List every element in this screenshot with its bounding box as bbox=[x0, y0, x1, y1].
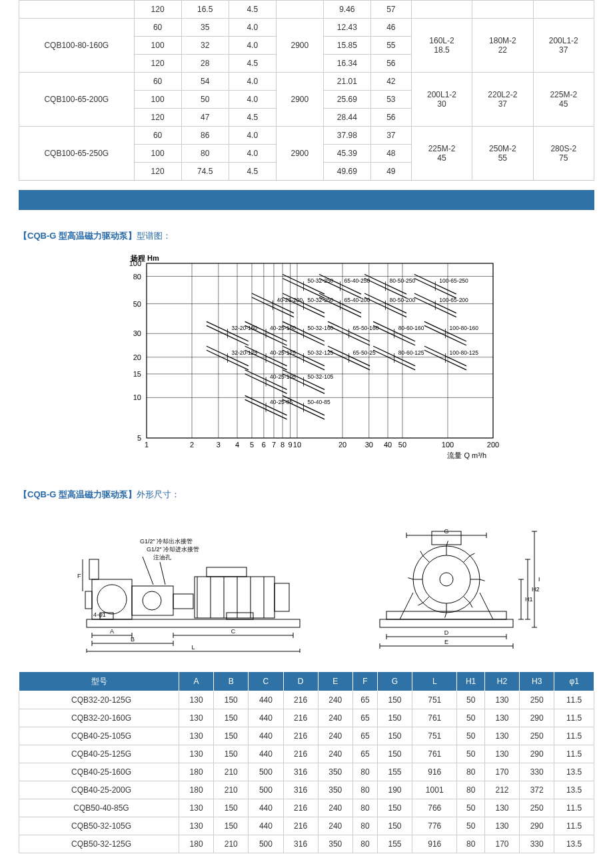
svg-text:65-40-200: 65-40-200 bbox=[344, 297, 370, 303]
svg-text:100-80-125: 100-80-125 bbox=[449, 349, 478, 356]
svg-rect-158 bbox=[173, 594, 193, 609]
svg-rect-154 bbox=[89, 559, 99, 579]
svg-rect-166 bbox=[275, 583, 289, 611]
svg-text:流量 Q m³/h: 流量 Q m³/h bbox=[447, 451, 486, 459]
svg-text:H1: H1 bbox=[525, 596, 533, 603]
svg-point-198 bbox=[440, 573, 453, 586]
svg-rect-159 bbox=[195, 577, 275, 618]
svg-text:20: 20 bbox=[338, 441, 346, 449]
svg-text:D: D bbox=[444, 629, 449, 636]
svg-text:65-50-160: 65-50-160 bbox=[353, 325, 379, 331]
svg-text:2: 2 bbox=[190, 441, 194, 449]
svg-text:100-65-250: 100-65-250 bbox=[439, 277, 468, 284]
svg-text:H3: H3 bbox=[538, 576, 540, 583]
svg-line-202 bbox=[423, 596, 430, 603]
svg-text:注油孔: 注油孔 bbox=[153, 554, 171, 561]
svg-text:5: 5 bbox=[137, 434, 141, 442]
svg-text:A: A bbox=[110, 628, 114, 635]
svg-text:40-25-200: 40-25-200 bbox=[277, 297, 303, 303]
svg-text:200: 200 bbox=[487, 441, 499, 449]
svg-text:9: 9 bbox=[289, 441, 293, 449]
svg-text:G1/2″ 冷却出水接管: G1/2″ 冷却出水接管 bbox=[140, 538, 193, 545]
svg-point-157 bbox=[143, 591, 161, 610]
svg-text:100-80-160: 100-80-160 bbox=[449, 325, 478, 331]
svg-text:100: 100 bbox=[442, 441, 454, 449]
svg-text:30: 30 bbox=[133, 329, 141, 337]
svg-text:1: 1 bbox=[145, 441, 149, 449]
performance-table: 12016.54.59.4657CQB100-80-160G60354.0290… bbox=[19, 0, 594, 181]
svg-text:G: G bbox=[444, 528, 448, 535]
svg-text:40-25-85: 40-25-85 bbox=[270, 399, 293, 405]
svg-text:80-50-250: 80-50-250 bbox=[390, 277, 416, 284]
svg-text:50-32-125: 50-32-125 bbox=[308, 349, 334, 356]
svg-text:30: 30 bbox=[365, 441, 373, 449]
svg-text:6: 6 bbox=[262, 441, 266, 449]
spectrum-chart: 1234567891020304050100200510152030508010… bbox=[107, 251, 506, 465]
svg-text:10: 10 bbox=[293, 441, 301, 449]
svg-text:10: 10 bbox=[133, 393, 141, 401]
outline-drawing-front: DEGH1H2H3 bbox=[353, 519, 540, 653]
svg-text:5: 5 bbox=[250, 441, 254, 449]
svg-text:G1/2″ 冷却进水接管: G1/2″ 冷却进水接管 bbox=[147, 546, 199, 553]
svg-text:65-50-25: 65-50-25 bbox=[353, 349, 376, 356]
section-title-spectrum: 【CQB-G 型高温磁力驱动泵】型谱图： bbox=[19, 230, 594, 242]
svg-text:100-65-200: 100-65-200 bbox=[439, 297, 468, 303]
svg-text:80: 80 bbox=[133, 273, 141, 281]
svg-rect-194 bbox=[380, 619, 513, 627]
svg-text:50-40-85: 50-40-85 bbox=[308, 399, 330, 405]
svg-text:7: 7 bbox=[272, 441, 276, 449]
svg-line-170 bbox=[143, 557, 153, 585]
svg-text:65-40-250: 65-40-250 bbox=[344, 277, 370, 284]
svg-text:40: 40 bbox=[384, 441, 392, 449]
svg-text:80-50-200: 80-50-200 bbox=[390, 297, 416, 303]
svg-text:4-φ1: 4-φ1 bbox=[93, 611, 106, 618]
section-title-dims: 【CQB-G 型高温磁力驱动泵】外形尺寸： bbox=[19, 489, 594, 501]
svg-text:L: L bbox=[191, 644, 195, 651]
svg-text:15: 15 bbox=[133, 370, 141, 378]
svg-text:3: 3 bbox=[217, 441, 221, 449]
svg-line-206 bbox=[463, 556, 470, 563]
svg-line-172 bbox=[160, 562, 165, 585]
svg-text:80-60-160: 80-60-160 bbox=[398, 325, 424, 331]
svg-rect-151 bbox=[87, 619, 300, 627]
svg-text:E: E bbox=[444, 639, 448, 645]
svg-line-204 bbox=[423, 556, 430, 563]
blue-divider-bar bbox=[19, 190, 594, 210]
svg-point-197 bbox=[422, 555, 470, 603]
svg-text:扬程 Hm: 扬程 Hm bbox=[130, 254, 159, 262]
svg-point-153 bbox=[97, 585, 127, 614]
svg-line-200 bbox=[463, 596, 470, 603]
svg-rect-155 bbox=[85, 591, 92, 609]
svg-text:B: B bbox=[131, 636, 135, 643]
svg-text:H2: H2 bbox=[532, 586, 540, 593]
svg-text:C: C bbox=[231, 628, 236, 635]
svg-text:F: F bbox=[77, 573, 81, 579]
svg-text:8: 8 bbox=[281, 441, 285, 449]
svg-text:4: 4 bbox=[235, 441, 239, 449]
svg-text:20: 20 bbox=[133, 353, 141, 361]
svg-rect-167 bbox=[207, 567, 247, 577]
dimension-table: 型号ABCDEFGLH1H2H3φ1 CQB32-20-125G13015044… bbox=[19, 671, 594, 853]
svg-text:50: 50 bbox=[133, 300, 141, 308]
svg-text:50-32-105: 50-32-105 bbox=[308, 373, 334, 380]
svg-text:80-60-125: 80-60-125 bbox=[398, 349, 424, 356]
svg-text:50-32-160: 50-32-160 bbox=[308, 325, 334, 331]
outline-drawing-side: G1/2″ 冷却出水接管G1/2″ 冷却进水接管注油孔4-φ1ABCLF bbox=[73, 519, 313, 653]
svg-rect-156 bbox=[132, 586, 173, 615]
svg-text:50: 50 bbox=[398, 441, 406, 449]
